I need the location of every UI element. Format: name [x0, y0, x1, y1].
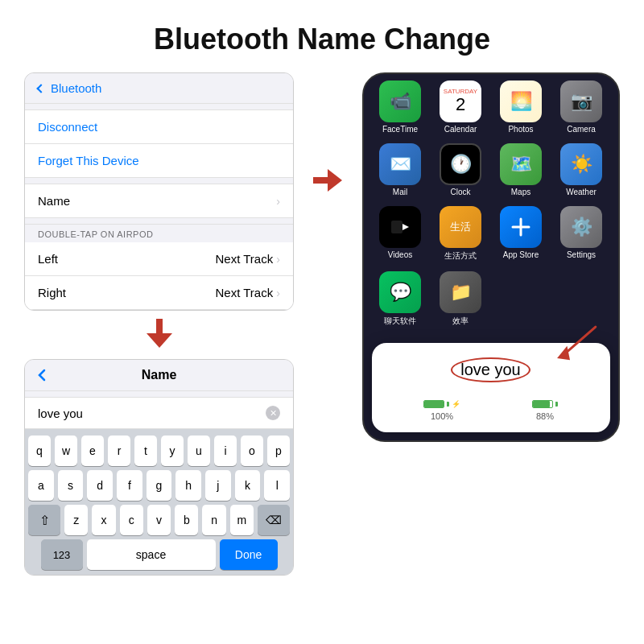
key-d[interactable]: d [87, 470, 113, 501]
key-e[interactable]: e [81, 436, 104, 466]
right-panel: 📹 FaceTime Saturday 2 Calendar 🌅 Photos [361, 72, 620, 442]
key-l[interactable]: l [264, 470, 290, 501]
settings-label: Settings [567, 250, 596, 259]
videos-label: Videos [388, 250, 412, 259]
app-mail[interactable]: ✉️ Mail [375, 143, 426, 196]
num-key[interactable]: 123 [41, 539, 83, 570]
key-c[interactable]: c [120, 505, 143, 535]
keyboard-row-2: a s d f g h j k l [28, 470, 290, 501]
key-y[interactable]: y [161, 436, 184, 466]
lifestyle-label: 生活方式 [444, 250, 477, 262]
maps-label: Maps [511, 188, 530, 196]
key-w[interactable]: w [55, 436, 77, 466]
arrow-down-container [24, 311, 294, 353]
social-label: 聊天软件 [384, 316, 416, 327]
app-calendar[interactable]: Saturday 2 Calendar [436, 80, 486, 134]
battery-2-label: 88% [536, 411, 554, 421]
app-settings[interactable]: ⚙️ Settings [556, 206, 607, 262]
battery-2-bar [532, 400, 558, 408]
calendar-label: Calendar [444, 125, 477, 134]
app-facetime[interactable]: 📹 FaceTime [375, 80, 426, 134]
weather-icon: ☀️ [560, 143, 602, 185]
divider-1 [25, 104, 293, 110]
svg-rect-4 [391, 221, 402, 233]
battery-1-fill [424, 401, 444, 407]
key-r[interactable]: r [108, 436, 130, 466]
battery-1-label: 100% [431, 411, 453, 421]
key-s[interactable]: s [58, 470, 84, 501]
battery-2-cap [555, 402, 558, 407]
done-key[interactable]: Done [220, 539, 278, 570]
battery-1: ⚡ 100% [423, 400, 460, 421]
facetime-icon: 📹 [379, 80, 421, 122]
key-k[interactable]: k [235, 470, 261, 501]
app-photos[interactable]: 🌅 Photos [496, 80, 547, 134]
keyboard: q w e r t y u i o p a s d f g [25, 429, 293, 575]
phone-screen: 📹 FaceTime Saturday 2 Calendar 🌅 Photos [362, 72, 620, 442]
key-t[interactable]: t [134, 436, 157, 466]
key-z[interactable]: z [64, 505, 88, 535]
app-grid: 📹 FaceTime Saturday 2 Calendar 🌅 Photos [364, 74, 618, 338]
name-row[interactable]: Name › [25, 184, 293, 218]
clock-label: Clock [450, 188, 470, 196]
page-title: Bluetooth Name Change [0, 0, 644, 72]
settings-icon: ⚙️ [560, 206, 602, 248]
key-n[interactable]: n [202, 505, 225, 535]
maps-icon: 🗺️ [500, 143, 542, 185]
right-label: Right [38, 286, 66, 299]
battery-1-bar: ⚡ [423, 400, 460, 408]
key-i[interactable]: i [214, 436, 237, 466]
right-chevron-icon: › [276, 287, 280, 299]
key-q[interactable]: q [28, 436, 51, 466]
name-back-button[interactable] [38, 369, 46, 382]
popup-batteries: ⚡ 100% 88% [388, 395, 594, 421]
key-f[interactable]: f [117, 470, 142, 501]
tools-icon: 📁 [440, 271, 481, 313]
key-m[interactable]: m [230, 505, 254, 535]
keyboard-row-3: ⇧ z x c v b n m ⌫ [28, 505, 290, 535]
disconnect-button[interactable]: Disconnect [25, 110, 293, 144]
key-p[interactable]: p [267, 436, 290, 466]
divider-2 [25, 178, 293, 184]
arrow-down-icon [147, 319, 172, 348]
clear-input-button[interactable]: ✕ [266, 406, 280, 420]
key-b[interactable]: b [175, 505, 198, 535]
shift-key[interactable]: ⇧ [28, 505, 60, 535]
key-a[interactable]: a [28, 470, 54, 501]
keyboard-bottom-row: 123 space Done [28, 539, 290, 570]
app-maps[interactable]: 🗺️ Maps [496, 143, 547, 196]
space-key[interactable]: space [87, 539, 216, 570]
app-weather[interactable]: ☀️ Weather [556, 143, 607, 196]
arrow-right-icon [313, 169, 342, 192]
mail-icon: ✉️ [379, 143, 421, 185]
appstore-icon [500, 206, 542, 248]
mail-label: Mail [393, 188, 407, 196]
app-appstore[interactable]: App Store [496, 206, 547, 262]
key-g[interactable]: g [147, 470, 172, 501]
name-input-value[interactable]: love you [38, 407, 83, 420]
app-social[interactable]: 💬 聊天软件 [375, 271, 426, 327]
key-h[interactable]: h [175, 470, 201, 501]
app-lifestyle[interactable]: 生活 生活方式 [436, 206, 486, 262]
bluetooth-back-button[interactable]: Bluetooth [25, 73, 293, 104]
lifestyle-icon: 生活 [440, 206, 481, 248]
app-camera[interactable]: 📷 Camera [556, 80, 607, 134]
double-tap-header: DOUBLE-TAP ON AIRPOD [25, 225, 293, 242]
key-u[interactable]: u [188, 436, 210, 466]
name-screen: Name love you ✕ q w e r t y u i o [24, 359, 294, 576]
divider-3 [25, 218, 293, 225]
key-v[interactable]: v [147, 505, 171, 535]
settings-screen: Bluetooth Disconnect Forget This Device … [24, 72, 294, 311]
left-row[interactable]: Left Next Track › [25, 242, 293, 276]
key-o[interactable]: o [241, 436, 263, 466]
right-row[interactable]: Right Next Track › [25, 276, 293, 310]
key-j[interactable]: j [205, 470, 231, 501]
appstore-label: App Store [503, 250, 539, 259]
backspace-key[interactable]: ⌫ [258, 505, 290, 535]
keyboard-row-1: q w e r t y u i o p [28, 436, 290, 466]
app-clock[interactable]: 🕐 Clock [436, 143, 486, 196]
key-x[interactable]: x [92, 505, 115, 535]
forget-device-button[interactable]: Forget This Device [25, 144, 293, 178]
app-tools[interactable]: 📁 效率 [436, 271, 486, 327]
app-videos[interactable]: Videos [375, 206, 426, 262]
